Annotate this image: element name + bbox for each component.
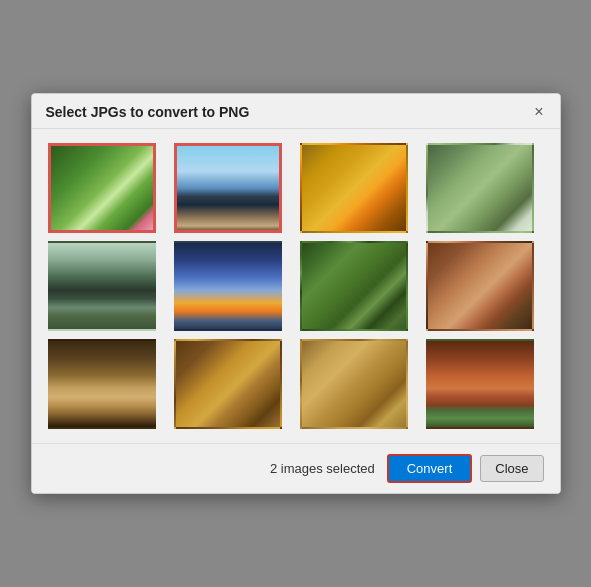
image-cell-8[interactable] [426, 241, 534, 331]
image-cell-11[interactable] [300, 339, 408, 429]
close-button[interactable]: Close [480, 455, 543, 482]
convert-button[interactable]: Convert [387, 454, 473, 483]
image-cell-9[interactable] [48, 339, 156, 429]
dialog-title: Select JPGs to convert to PNG [46, 104, 250, 120]
image-cell-12[interactable] [426, 339, 534, 429]
image-grid [32, 129, 560, 443]
image-cell-7[interactable] [300, 241, 408, 331]
dialog-close-x-button[interactable]: × [532, 104, 545, 120]
dialog-footer: 2 images selected Convert Close [32, 443, 560, 493]
image-cell-10[interactable] [174, 339, 282, 429]
image-cell-3[interactable] [300, 143, 408, 233]
image-cell-5[interactable] [48, 241, 156, 331]
convert-dialog: Select JPGs to convert to PNG × 2 images… [31, 93, 561, 494]
selected-count-label: 2 images selected [270, 461, 375, 476]
dialog-header: Select JPGs to convert to PNG × [32, 94, 560, 129]
image-cell-6[interactable] [174, 241, 282, 331]
image-cell-1[interactable] [48, 143, 156, 233]
image-cell-4[interactable] [426, 143, 534, 233]
image-cell-2[interactable] [174, 143, 282, 233]
